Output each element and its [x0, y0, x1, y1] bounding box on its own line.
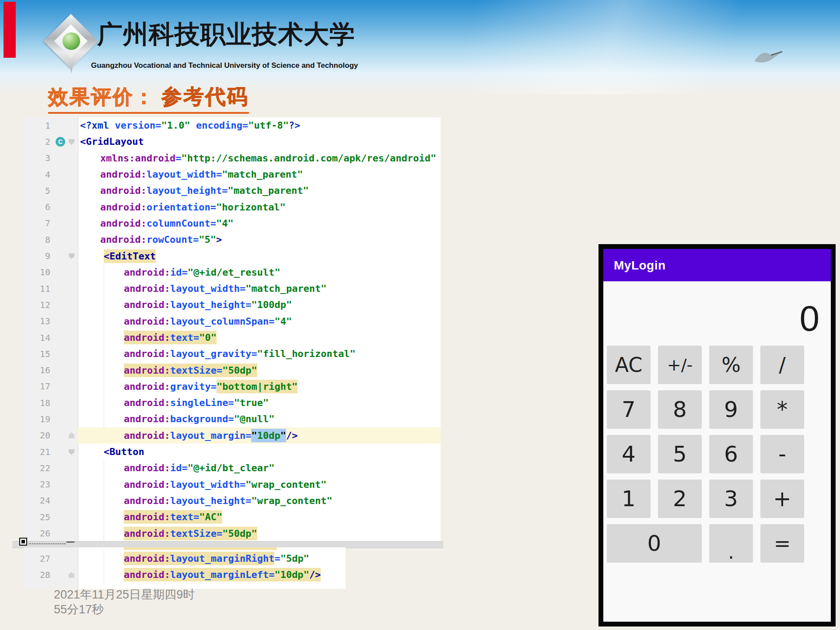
calc-button-/[interactable]: / — [760, 346, 804, 384]
code-token: layout_height — [170, 299, 245, 310]
gutter-icons — [54, 476, 78, 493]
line-number: 17 — [24, 381, 54, 392]
calc-button-3[interactable]: 3 — [709, 480, 753, 518]
code-line: 10android:id="@+id/et_result" — [24, 264, 441, 280]
code-token: /> — [286, 430, 298, 441]
code-text: android:layout_marginRight="5dp" — [78, 550, 346, 567]
code-token: <?xml — [80, 120, 115, 131]
line-number: 9 — [24, 251, 54, 261]
code-token: android: — [124, 331, 170, 344]
code-token: = — [269, 568, 274, 581]
calc-button--[interactable]: - — [760, 435, 804, 473]
fold-down-icon[interactable] — [69, 253, 74, 259]
red-ribbon — [4, 2, 16, 58]
code-text: android:layout_height="match_parent" — [78, 182, 441, 199]
code-token: = — [211, 381, 217, 392]
code-token: background — [170, 413, 228, 424]
gutter-icons — [54, 444, 78, 460]
code-line: 3xmlns:android="http://schemas.android.c… — [24, 150, 441, 166]
code-token — [190, 120, 196, 131]
code-editor-top: 1<?xml version="1.0" encoding="utf-8"?>2… — [24, 117, 441, 542]
calc-button-%[interactable]: % — [709, 346, 753, 384]
calc-button-4[interactable]: 4 — [607, 435, 651, 473]
code-token: xmlns:android — [100, 153, 175, 164]
code-token: "0" — [199, 331, 217, 344]
code-token: gravity — [170, 381, 211, 392]
code-token: "fill_horizontal" — [257, 348, 356, 359]
calc-button-+[interactable]: + — [760, 480, 804, 518]
calc-button-*[interactable]: * — [760, 390, 804, 429]
code-line: 26android:textSize="50dp" — [24, 525, 441, 541]
code-token: android: — [100, 202, 147, 213]
code-token: = — [240, 283, 245, 294]
code-text: android:columnCount="4" — [78, 215, 441, 231]
line-number: 14 — [24, 332, 54, 343]
code-token: ?> — [289, 120, 301, 131]
code-token: = — [228, 397, 234, 408]
gutter-icons — [54, 329, 78, 346]
code-token: layout_height — [170, 495, 245, 506]
code-token: "AC" — [199, 510, 222, 524]
splitter-handle-icon[interactable] — [19, 538, 27, 546]
code-token: android: — [100, 234, 147, 245]
calc-button-0[interactable]: 0 — [607, 524, 702, 563]
code-token: id — [170, 462, 182, 473]
code-token: <EditText — [104, 249, 156, 263]
code-token: layout_marginRight — [170, 552, 274, 565]
bird-glyph-icon — [752, 44, 787, 68]
calc-button-AC[interactable]: AC — [607, 346, 651, 384]
gutter-icons — [54, 215, 78, 231]
code-line: 15android:layout_gravity="fill_horizonta… — [24, 346, 441, 362]
class-badge-icon[interactable]: C — [56, 137, 65, 147]
code-text: android:layout_width="match_parent" — [78, 166, 441, 182]
line-number: 19 — [24, 414, 54, 424]
calc-button-=[interactable]: = — [760, 524, 804, 563]
calc-button-.[interactable]: . — [709, 524, 753, 563]
calc-button-9[interactable]: 9 — [709, 390, 753, 429]
code-line: 20android:layout_margin="10dp"/> — [24, 427, 441, 444]
calc-button-6[interactable]: 6 — [709, 435, 753, 473]
fold-end-icon[interactable] — [69, 432, 74, 438]
calc-button-2[interactable]: 2 — [658, 480, 702, 518]
code-token: android: — [124, 527, 170, 540]
calc-button-5[interactable]: 5 — [658, 435, 702, 473]
fold-down-icon[interactable] — [69, 139, 74, 145]
line-number: 8 — [24, 234, 54, 245]
fold-down-icon[interactable] — [69, 449, 74, 455]
gutter-icons — [54, 346, 78, 362]
line-number: 20 — [24, 430, 54, 441]
code-token: <Button — [104, 446, 144, 457]
date-line1: 2021年11月25日星期四9时 — [54, 587, 195, 602]
code-token: "10dp" — [274, 568, 309, 581]
code-token: "match_parent" — [222, 169, 303, 180]
code-token: layout_width — [147, 169, 216, 180]
code-line: 8android:rowCount="5"> — [24, 231, 441, 248]
calc-button-7[interactable]: 7 — [607, 390, 651, 429]
gutter-icons — [54, 117, 78, 133]
code-token: = — [216, 169, 222, 180]
line-number: 25 — [24, 512, 54, 522]
university-name-en: Guangzhou Vocational and Technical Unive… — [91, 61, 358, 70]
code-token: android: — [124, 510, 170, 524]
code-text: android:layout_height="100dp" — [78, 297, 441, 313]
calc-button-8[interactable]: 8 — [658, 390, 702, 429]
gutter-icons — [54, 166, 78, 182]
phone-screenshot: MyLogin 0 AC+/-%/789*456-123+0.= — [598, 244, 836, 626]
code-text: android:layout_columnSpan="4" — [78, 313, 441, 329]
calc-button-+/-[interactable]: +/- — [658, 346, 702, 384]
code-token: layout_height — [147, 185, 222, 196]
calc-button-1[interactable]: 1 — [607, 480, 651, 518]
code-token: android: — [124, 381, 170, 392]
code-token: 10dp — [257, 429, 280, 442]
code-line: 17android:gravity="bottom|right" — [24, 378, 441, 395]
code-token: "50dp" — [222, 364, 257, 377]
code-line: 14android:text="0" — [24, 329, 441, 346]
line-number: 24 — [24, 495, 54, 506]
code-text: android:textSize="50dp" — [78, 525, 441, 541]
code-token: "bottom|right" — [217, 380, 298, 393]
line-number: 15 — [24, 349, 54, 359]
code-token: "wrap_content" — [245, 479, 326, 490]
fold-end-icon[interactable] — [69, 572, 74, 578]
code-line: 28android:layout_marginLeft="10dp"/> — [24, 567, 346, 583]
gutter-icons — [54, 362, 78, 378]
